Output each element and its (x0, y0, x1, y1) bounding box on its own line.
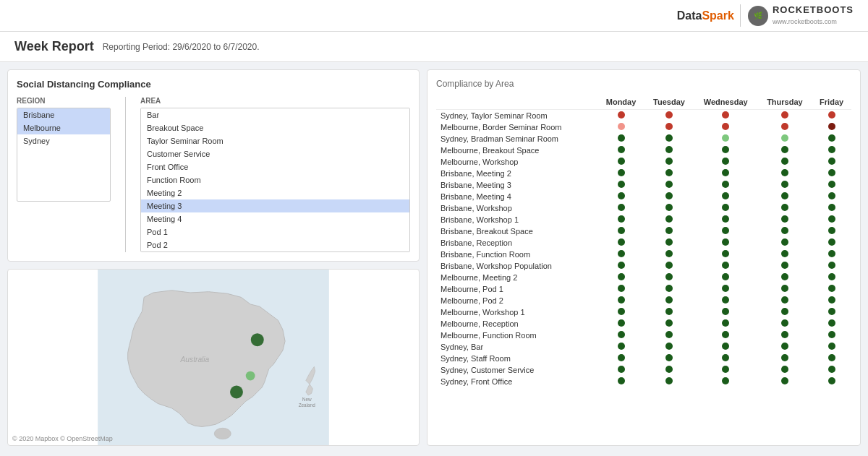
column-header- (436, 95, 597, 110)
dot-cell-tue (644, 237, 694, 249)
area-item[interactable]: Meeting 4 (141, 212, 409, 225)
table-row: Melbourne, Breakout Space (436, 145, 851, 156)
table-row: Melbourne, Meeting 2 (436, 272, 851, 283)
table-row: Sydney, Staff Room (436, 353, 851, 364)
area-item[interactable]: Meeting 2 (141, 186, 409, 199)
dot-cell-thu (758, 260, 812, 272)
dot-cell-thu (758, 306, 812, 318)
compliance-dot (618, 158, 625, 165)
compliance-dot (722, 238, 729, 246)
dot-cell-wed (694, 364, 758, 376)
table-row: Sydney, Bar (436, 341, 851, 353)
compliance-dot (722, 331, 729, 338)
area-cell: Sydney, Taylor Seminar Room (436, 110, 597, 122)
area-item[interactable]: Front Office (141, 160, 409, 173)
area-item[interactable]: Pod 1 (141, 225, 409, 238)
area-item[interactable]: Taylor Seminar Room (141, 134, 409, 147)
compliance-dot (722, 134, 729, 142)
svg-text:Australia: Australia (180, 356, 210, 363)
compliance-dot (665, 296, 673, 304)
reporting-period: Reporting Period: 29/6/2020 to 6/7/2020. (103, 42, 260, 52)
region-filter-group: REGION BrisbaneMelbourneSydney (17, 97, 111, 252)
area-item[interactable]: Breakout Space (141, 121, 409, 134)
table-row: Brisbane, Breakout Space (436, 225, 851, 237)
compliance-dot (618, 192, 625, 199)
compliance-dot (781, 146, 788, 153)
dot-cell-wed (694, 283, 758, 295)
compliance-dot (665, 343, 673, 350)
dot-cell-thu (758, 283, 812, 295)
compliance-dot (618, 204, 625, 211)
compliance-dot (722, 158, 729, 165)
dot-cell-mon (597, 283, 644, 295)
rocketboots-icon: 🌿 (748, 6, 768, 26)
table-row: Brisbane, Meeting 4 (436, 191, 851, 202)
dot-cell-wed (694, 179, 758, 191)
compliance-dot (828, 181, 835, 188)
compliance-dot (781, 123, 788, 130)
compliance-dot (722, 296, 729, 304)
dot-cell-mon (597, 341, 644, 353)
area-cell: Melbourne, Pod 1 (436, 283, 597, 295)
compliance-dot (618, 366, 625, 373)
table-row: Melbourne, Workshop (436, 156, 851, 168)
region-item[interactable]: Brisbane (17, 108, 110, 121)
compliance-table: MondayTuesdayWednesdayThursdayFriday Syd… (436, 95, 851, 387)
compliance-dot (828, 296, 835, 304)
region-item[interactable]: Sydney (17, 134, 110, 147)
compliance-dot (665, 238, 673, 246)
area-item[interactable]: Customer Service (141, 147, 409, 160)
dot-cell-wed (694, 225, 758, 237)
dot-cell-thu (758, 202, 812, 214)
compliance-dot (828, 169, 835, 176)
dot-cell-thu (758, 318, 812, 330)
dot-cell-tue (644, 330, 694, 341)
compliance-dot (722, 285, 729, 292)
dot-cell-thu (758, 272, 812, 283)
page-title-bar: Week Report Reporting Period: 29/6/2020 … (0, 32, 868, 62)
area-item[interactable]: Reception (141, 251, 409, 252)
compliance-dot (781, 204, 788, 211)
compliance-dot (781, 238, 788, 246)
compliance-dot (781, 343, 788, 350)
area-cell: Brisbane, Reception (436, 237, 597, 249)
area-item[interactable]: Bar (141, 108, 409, 121)
compliance-dot (722, 227, 729, 234)
melbourne-pin (230, 386, 243, 399)
dot-cell-fri (812, 283, 851, 295)
svg-point-1 (214, 428, 231, 439)
compliance-dot (618, 227, 625, 234)
area-cell: Brisbane, Breakout Space (436, 225, 597, 237)
dot-cell-wed (694, 237, 758, 249)
dot-cell-fri (812, 179, 851, 191)
table-row: Melbourne, Pod 2 (436, 295, 851, 306)
area-item[interactable]: Function Room (141, 173, 409, 186)
dot-cell-thu (758, 376, 812, 387)
dot-cell-wed (694, 249, 758, 260)
region-item[interactable]: Melbourne (17, 121, 110, 134)
svg-text:New: New (302, 397, 312, 402)
header-bar: DataSpark 🌿 ROCKETBOOTS www.rocketboots.… (0, 0, 868, 32)
area-cell: Brisbane, Meeting 2 (436, 168, 597, 179)
compliance-dot (618, 238, 625, 246)
divider (125, 97, 126, 252)
region-list[interactable]: BrisbaneMelbourneSydney (17, 108, 111, 202)
compliance-dot (618, 285, 625, 292)
compliance-dot (781, 227, 788, 234)
dataspark-logo: DataSpark (677, 9, 734, 22)
dot-cell-wed (694, 272, 758, 283)
compliance-dot (781, 296, 788, 304)
region-label: REGION (17, 97, 111, 105)
dot-cell-fri (812, 133, 851, 145)
area-item[interactable]: Meeting 3 (141, 199, 409, 212)
dot-cell-tue (644, 283, 694, 295)
compliance-dot (828, 354, 835, 361)
area-list[interactable]: BarBreakout SpaceTaylor Seminar RoomCust… (140, 108, 410, 252)
table-row: Sydney, Bradman Seminar Room (436, 133, 851, 145)
table-row: Melbourne, Reception (436, 318, 851, 330)
australia-map-svg: New Zealand Australia (8, 270, 419, 445)
area-item[interactable]: Pod 2 (141, 238, 409, 251)
compliance-dot (618, 134, 625, 142)
table-row: Brisbane, Workshop 1 (436, 214, 851, 225)
dot-cell-thu (758, 353, 812, 364)
